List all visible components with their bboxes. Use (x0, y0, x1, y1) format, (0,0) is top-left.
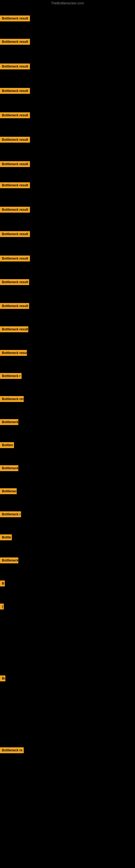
bottleneck-row-0: Bottleneck result (0, 16, 30, 23)
bottleneck-label-3: Bottleneck result (0, 88, 30, 94)
bottleneck-label-21: Bottleneck r (0, 511, 21, 517)
bottleneck-row-16: Bottleneck res (0, 396, 24, 403)
bottleneck-label-11: Bottleneck result (0, 279, 29, 285)
bottleneck-row-1: Bottleneck result (0, 39, 30, 46)
bottleneck-label-1: Bottleneck result (0, 39, 30, 45)
bottleneck-label-25: | (0, 603, 4, 610)
bottleneck-label-4: Bottleneck result (0, 112, 30, 118)
bottleneck-label-19: Bottleneck (0, 465, 18, 471)
bottleneck-label-23: Bottleneck (0, 557, 18, 563)
bottleneck-row-11: Bottleneck result (0, 279, 29, 286)
site-title: TheBottlenecker.com (0, 1, 135, 5)
bottleneck-label-8: Bottleneck result (0, 207, 30, 213)
bottleneck-row-21: Bottleneck r (0, 511, 21, 518)
bottleneck-row-8: Bottleneck result (0, 207, 30, 214)
bottleneck-row-27: Bottleneck re (0, 747, 24, 754)
bottleneck-row-24: B (0, 581, 5, 588)
bottleneck-label-26: Bo (0, 675, 5, 681)
bottleneck-row-26: Bo (0, 675, 5, 682)
bottleneck-label-9: Bottleneck result (0, 231, 30, 237)
bottleneck-row-6: Bottleneck result (0, 161, 30, 168)
bottleneck-row-14: Bottleneck result (0, 350, 27, 357)
bottleneck-row-19: Bottleneck (0, 465, 18, 472)
bottleneck-row-3: Bottleneck result (0, 88, 30, 95)
bottleneck-label-15: Bottleneck r (0, 373, 21, 379)
bottleneck-label-12: Bottleneck result (0, 303, 29, 309)
bottleneck-label-24: B (0, 581, 5, 586)
bottleneck-row-4: Bottleneck result (0, 112, 30, 119)
bottleneck-row-18: Bottlen (0, 442, 14, 449)
bottleneck-label-0: Bottleneck result (0, 16, 30, 22)
bottleneck-row-12: Bottleneck result (0, 303, 29, 310)
bottleneck-row-10: Bottleneck result (0, 255, 30, 262)
bottleneck-label-10: Bottleneck result (0, 255, 30, 261)
bottleneck-row-25: | (0, 603, 4, 611)
bottleneck-row-7: Bottleneck result (0, 182, 30, 189)
bottleneck-row-9: Bottleneck result (0, 231, 30, 238)
bottleneck-row-20: Bottlenec (0, 488, 17, 495)
bottleneck-label-6: Bottleneck result (0, 161, 30, 167)
bottleneck-label-14: Bottleneck result (0, 350, 27, 356)
bottleneck-row-22: Bottle (0, 534, 12, 541)
bottleneck-row-15: Bottleneck r (0, 373, 21, 380)
bottleneck-row-17: Bottleneck (0, 419, 18, 426)
bottleneck-row-2: Bottleneck result (0, 63, 30, 70)
bottleneck-label-22: Bottle (0, 534, 12, 540)
bottleneck-row-23: Bottleneck (0, 557, 18, 564)
bottleneck-label-16: Bottleneck res (0, 396, 24, 402)
bottleneck-label-13: Bottleneck result (0, 326, 28, 332)
bottleneck-label-2: Bottleneck result (0, 63, 30, 69)
bottleneck-label-7: Bottleneck result (0, 182, 30, 188)
bottleneck-label-5: Bottleneck result (0, 137, 30, 143)
bottleneck-label-20: Bottlenec (0, 488, 17, 494)
bottleneck-row-5: Bottleneck result (0, 137, 30, 144)
bottleneck-row-13: Bottleneck result (0, 326, 28, 333)
bottleneck-label-17: Bottleneck (0, 419, 18, 425)
bottleneck-label-18: Bottlen (0, 442, 14, 448)
bottleneck-label-27: Bottleneck re (0, 747, 24, 753)
